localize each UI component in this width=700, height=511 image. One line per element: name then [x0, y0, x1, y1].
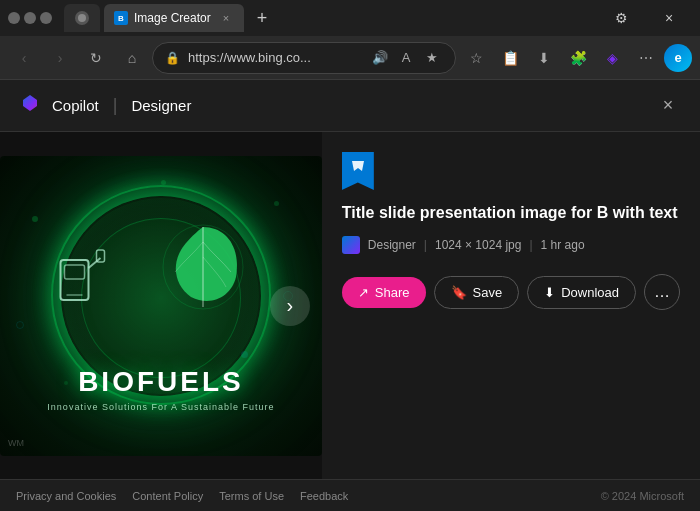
address-icons: 🔊 A ★	[369, 47, 443, 69]
minimize-button[interactable]	[8, 12, 20, 24]
tab-image-creator[interactable]: B Image Creator ×	[104, 4, 244, 32]
window-controls	[8, 12, 52, 24]
bing-favicon: B	[114, 11, 128, 25]
share-button[interactable]: ↗ Share	[342, 277, 426, 308]
biofuels-subtitle: Innovative Solutions For A Sustainable F…	[47, 402, 274, 412]
new-tab-button[interactable]: +	[248, 4, 276, 32]
extensions-btn[interactable]: 🧩	[562, 42, 594, 74]
tab-icon	[75, 11, 89, 25]
favorites-btn[interactable]: ☆	[460, 42, 492, 74]
back-button[interactable]: ‹	[8, 42, 40, 74]
read-aloud-icon[interactable]: 🔊	[369, 47, 391, 69]
window-close-button[interactable]	[40, 12, 52, 24]
copilot-header: Copilot | Designer ×	[0, 80, 700, 132]
image-title: Title slide presentation image for B wit…	[342, 202, 680, 224]
footer: Privacy and Cookies Content Policy Terms…	[0, 479, 700, 511]
terms-link[interactable]: Terms of Use	[219, 490, 284, 502]
tab-bar: B Image Creator × +	[64, 4, 590, 32]
copilot-label: Copilot	[52, 97, 99, 114]
copilot-logo: Copilot	[16, 92, 99, 120]
meta-divider-2: |	[529, 238, 532, 252]
url-text: https://www.bing.co...	[188, 50, 361, 65]
copilot-logo-icon	[16, 92, 44, 120]
biofuels-title: BIOFUELS	[47, 366, 274, 398]
info-panel: Title slide presentation image for B wit…	[322, 132, 700, 479]
browser-close-button[interactable]: ×	[646, 2, 692, 34]
download-label: Download	[561, 285, 619, 300]
edge-profile-icon[interactable]: e	[664, 44, 692, 72]
forward-button[interactable]: ›	[44, 42, 76, 74]
content-area: Copilot | Designer ×	[0, 80, 700, 511]
panel-close-button[interactable]: ×	[652, 90, 684, 122]
tab-favicon: B	[114, 11, 128, 25]
copilot-btn[interactable]: ◈	[596, 42, 628, 74]
content-policy-link[interactable]: Content Policy	[132, 490, 203, 502]
lock-icon: 🔒	[165, 51, 180, 65]
collections-btn[interactable]: 📋	[494, 42, 526, 74]
footer-links: Privacy and Cookies Content Policy Terms…	[16, 490, 348, 502]
save-button[interactable]: 🔖 Save	[434, 276, 520, 309]
address-bar[interactable]: 🔒 https://www.bing.co... 🔊 A ★	[152, 42, 456, 74]
home-button[interactable]: ⌂	[116, 42, 148, 74]
meta-designer-icon	[342, 236, 360, 254]
title-settings-button[interactable]: ⚙	[598, 2, 644, 34]
image-panel: BIOFUELS Innovative Solutions For A Sust…	[0, 132, 322, 479]
header-divider: |	[113, 95, 118, 116]
save-icon: 🔖	[451, 285, 467, 300]
feedback-link[interactable]: Feedback	[300, 490, 348, 502]
refresh-button[interactable]: ↻	[80, 42, 112, 74]
nav-right-buttons: ☆ 📋 ⬇ 🧩 ◈ ⋯ e	[460, 42, 692, 74]
tab-favicon-only[interactable]	[64, 4, 100, 32]
downloads-btn[interactable]: ⬇	[528, 42, 560, 74]
more-button[interactable]: …	[644, 274, 680, 310]
copyright-text: © 2024 Microsoft	[601, 490, 684, 502]
maximize-button[interactable]	[24, 12, 36, 24]
download-button[interactable]: ⬇ Download	[527, 276, 636, 309]
title-bar: B Image Creator × + ⚙ ×	[0, 0, 700, 36]
translate-icon[interactable]: A	[395, 47, 417, 69]
favorites-icon[interactable]: ★	[421, 47, 443, 69]
watermark: WM	[8, 438, 24, 448]
tab-close-button[interactable]: ×	[218, 10, 234, 26]
share-label: Share	[375, 285, 410, 300]
bookmark-icon	[342, 152, 374, 190]
next-button[interactable]: ›	[270, 286, 310, 326]
share-icon: ↗	[358, 285, 369, 300]
meta-source: Designer	[368, 238, 416, 252]
save-label: Save	[473, 285, 503, 300]
svg-point-0	[78, 14, 86, 22]
meta-time: 1 hr ago	[541, 238, 585, 252]
designer-label: Designer	[131, 97, 191, 114]
download-icon: ⬇	[544, 285, 555, 300]
tab-title: Image Creator	[134, 11, 211, 25]
title-bar-actions: ⚙ ×	[598, 2, 692, 34]
settings-more-btn[interactable]: ⋯	[630, 42, 662, 74]
text-block: BIOFUELS Innovative Solutions For A Sust…	[47, 246, 274, 436]
meta-divider-1: |	[424, 238, 427, 252]
meta-size: 1024 × 1024 jpg	[435, 238, 521, 252]
action-buttons: ↗ Share 🔖 Save ⬇ Download …	[342, 274, 680, 310]
image-meta: Designer | 1024 × 1024 jpg | 1 hr ago	[342, 236, 680, 254]
viewer-area: BIOFUELS Innovative Solutions For A Sust…	[0, 132, 700, 479]
privacy-link[interactable]: Privacy and Cookies	[16, 490, 116, 502]
navigation-bar: ‹ › ↻ ⌂ 🔒 https://www.bing.co... 🔊 A ★ ☆…	[0, 36, 700, 80]
